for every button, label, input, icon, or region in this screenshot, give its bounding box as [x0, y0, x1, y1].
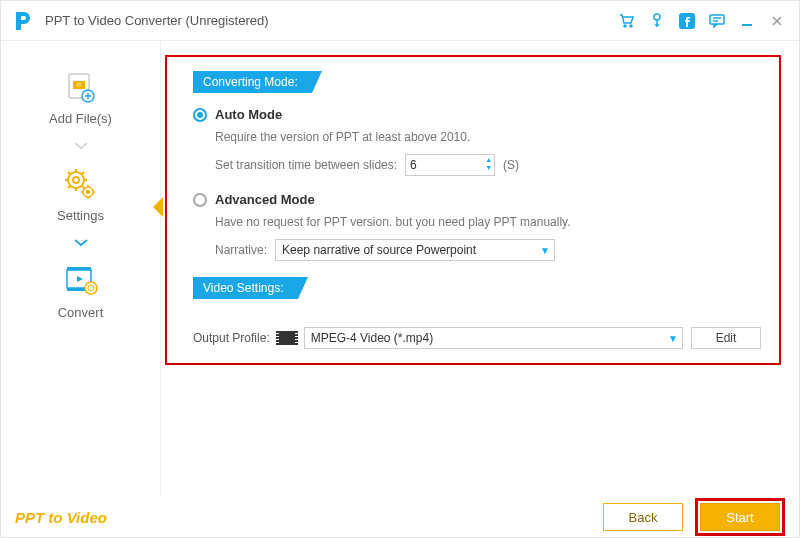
radio-advanced-mode[interactable]: Advanced Mode: [193, 192, 761, 207]
auto-mode-group: Auto Mode Require the version of PPT at …: [193, 107, 761, 176]
back-label: Back: [629, 510, 658, 525]
window-title: PPT to Video Converter (Unregistered): [45, 13, 269, 28]
advanced-mode-group: Advanced Mode Have no request for PPT ve…: [193, 192, 761, 261]
sidebar-item-label: Add File(s): [49, 111, 112, 126]
add-file-icon: P: [62, 69, 98, 105]
caret-down-icon: ▼: [540, 245, 550, 256]
chevron-down-icon: [73, 132, 89, 160]
sidebar-item-label: Convert: [58, 305, 104, 320]
titlebar: PPT to Video Converter (Unregistered): [1, 1, 799, 41]
transition-unit: (S): [503, 158, 519, 172]
svg-rect-4: [710, 15, 724, 24]
svg-rect-19: [67, 267, 91, 270]
transition-time-input[interactable]: 6 ▲▼: [405, 154, 495, 176]
footer: PPT to Video Back Start: [1, 497, 799, 537]
output-row: Output Profile: MPEG-4 Video (*.mp4) ▼ E…: [193, 327, 761, 349]
convert-icon: [63, 263, 99, 299]
transition-row: Set transition time between slides: 6 ▲▼…: [215, 154, 761, 176]
caret-down-icon: ▼: [668, 333, 678, 344]
film-icon: [278, 331, 296, 345]
sidebar-item-label: Settings: [57, 208, 104, 223]
start-button[interactable]: Start: [700, 503, 780, 531]
svg-point-0: [624, 25, 626, 27]
sidebar-item-add-files[interactable]: P Add File(s): [49, 69, 112, 126]
svg-text:P: P: [77, 82, 81, 88]
close-icon[interactable]: [767, 11, 787, 31]
sidebar-item-convert[interactable]: Convert: [58, 263, 104, 320]
app-window: PPT to Video Converter (Unregistered) P …: [0, 0, 800, 538]
svg-point-2: [654, 14, 660, 20]
narrative-row: Narrative: Keep narrative of source Powe…: [215, 239, 761, 261]
facebook-icon[interactable]: [677, 11, 697, 31]
back-button[interactable]: Back: [603, 503, 683, 531]
start-highlight: Start: [695, 498, 785, 536]
main-area: P Add File(s) Settings Convert: [1, 41, 799, 497]
sidebar: P Add File(s) Settings Convert: [1, 41, 161, 497]
radio-checked-icon: [193, 108, 207, 122]
sidebar-item-settings[interactable]: Settings: [57, 166, 104, 223]
start-label: Start: [726, 510, 753, 525]
brand-text: PPT to Video: [15, 509, 107, 526]
section-video-settings: Video Settings:: [193, 277, 298, 299]
cart-icon[interactable]: [617, 11, 637, 31]
narrative-select[interactable]: Keep narrative of source Powerpoint ▼: [275, 239, 555, 261]
app-logo-icon: [13, 10, 35, 32]
narrative-label: Narrative:: [215, 243, 267, 257]
advanced-mode-desc: Have no request for PPT version. but you…: [215, 213, 761, 231]
gear-icon: [62, 166, 98, 202]
chevron-down-icon: [73, 229, 89, 257]
output-value: MPEG-4 Video (*.mp4): [311, 331, 434, 345]
active-indicator-icon: [153, 197, 163, 217]
radio-label: Auto Mode: [215, 107, 282, 122]
feedback-icon[interactable]: [707, 11, 727, 31]
content-wrap: Converting Mode: Auto Mode Require the v…: [161, 41, 799, 497]
section-converting-mode: Converting Mode:: [193, 71, 312, 93]
radio-auto-mode[interactable]: Auto Mode: [193, 107, 761, 122]
edit-button[interactable]: Edit: [691, 327, 761, 349]
output-profile-select[interactable]: MPEG-4 Video (*.mp4) ▼: [304, 327, 683, 349]
output-label: Output Profile:: [193, 331, 270, 345]
narrative-value: Keep narrative of source Powerpoint: [282, 243, 476, 257]
radio-unchecked-icon: [193, 193, 207, 207]
spinner-icon[interactable]: ▲▼: [485, 156, 492, 172]
svg-point-14: [68, 172, 84, 188]
transition-label: Set transition time between slides:: [215, 158, 397, 172]
settings-panel: Converting Mode: Auto Mode Require the v…: [165, 55, 781, 365]
svg-point-17: [87, 191, 90, 194]
svg-point-21: [85, 282, 97, 294]
auto-mode-desc: Require the version of PPT at least abov…: [215, 128, 761, 146]
edit-label: Edit: [716, 331, 737, 345]
minimize-icon[interactable]: [737, 11, 757, 31]
key-icon[interactable]: [647, 11, 667, 31]
svg-point-1: [630, 25, 632, 27]
transition-value: 6: [410, 158, 417, 172]
radio-label: Advanced Mode: [215, 192, 315, 207]
svg-point-15: [73, 177, 79, 183]
